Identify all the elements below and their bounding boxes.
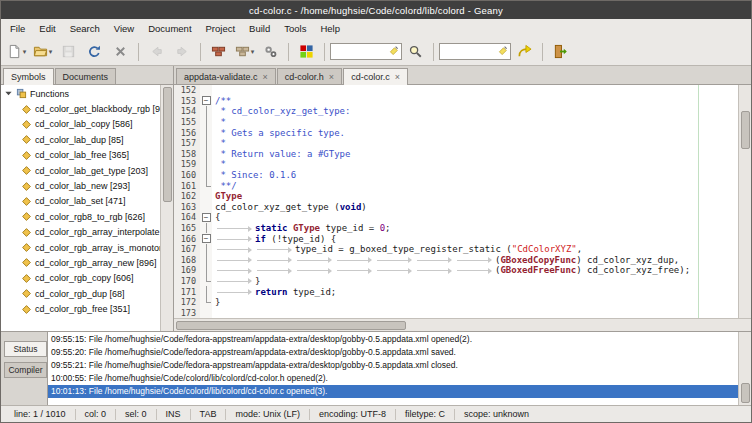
log-message[interactable]: 09:55:15: File /home/hughsie/Code/fedora… — [48, 332, 738, 345]
code-text[interactable]: type_id = g_boxed_type_register_static (… — [212, 244, 738, 255]
editor-tab-appdata-validate.c[interactable]: appdata-validate.c× — [176, 68, 276, 84]
code-line[interactable]: 160 * Since: 0.1.6 — [174, 170, 738, 181]
code-text[interactable]: (GBoxedFreeFunc) cd_color_xyz_free); — [212, 265, 738, 276]
code-line[interactable]: 159 * — [174, 159, 738, 170]
color-chooser-button[interactable] — [294, 40, 319, 63]
fold-margin[interactable]: − — [200, 212, 212, 223]
menu-edit[interactable]: Edit — [32, 20, 62, 37]
editor-body[interactable]: 152153−/**154 * cd_color_xyz_get_type:15… — [174, 85, 751, 318]
symbol-item[interactable]: cd_color_lab_set [471] — [1, 194, 160, 209]
tab-close-icon[interactable]: × — [329, 72, 334, 82]
menu-document[interactable]: Document — [141, 20, 198, 37]
clear-icon[interactable] — [497, 46, 508, 57]
dropdown-arrow-icon[interactable]: ▾ — [49, 48, 53, 56]
log-message[interactable]: 09:55:21: File /home/hughsie/Code/fedora… — [48, 358, 738, 371]
line-number[interactable]: 166 — [174, 233, 200, 244]
line-number[interactable]: 173 — [174, 307, 200, 318]
line-number[interactable]: 160 — [174, 170, 200, 181]
code-text[interactable]: } — [212, 297, 738, 308]
fold-margin[interactable] — [200, 297, 212, 308]
dropdown-arrow-icon[interactable]: ▾ — [251, 48, 255, 56]
code-line[interactable]: 158 * Return value: a #GType — [174, 149, 738, 160]
fold-margin[interactable] — [200, 286, 212, 297]
code-text[interactable]: * Since: 0.1.6 — [212, 170, 738, 181]
sidebar-tab-symbols[interactable]: Symbols — [3, 68, 54, 85]
code-line[interactable]: 153−/** — [174, 96, 738, 107]
line-number[interactable]: 158 — [174, 149, 200, 160]
messages-scrollbar[interactable] — [738, 332, 751, 405]
fold-margin[interactable] — [200, 180, 212, 191]
close-button[interactable] — [108, 40, 133, 63]
fold-margin[interactable] — [200, 223, 212, 234]
code-line[interactable]: 157 * — [174, 138, 738, 149]
sidebar-tab-documents[interactable]: Documents — [55, 68, 117, 84]
fold-margin[interactable] — [200, 265, 212, 276]
fold-margin[interactable] — [200, 85, 212, 96]
line-number[interactable]: 155 — [174, 117, 200, 128]
tab-close-icon[interactable]: × — [263, 72, 268, 82]
code-line[interactable]: 167type_id = g_boxed_type_register_stati… — [174, 244, 738, 255]
tab-close-icon[interactable]: × — [395, 72, 400, 82]
code-line[interactable]: 154 * cd_color_xyz_get_type: — [174, 106, 738, 117]
code-line[interactable]: 155 * — [174, 117, 738, 128]
scrollbar-thumb[interactable] — [176, 321, 406, 330]
line-number[interactable]: 167 — [174, 244, 200, 255]
message-tab-status[interactable]: Status — [4, 341, 47, 357]
fold-margin[interactable] — [200, 191, 212, 202]
line-number[interactable]: 161 — [174, 180, 200, 191]
code-text[interactable]: cd_color_xyz_get_type (void) — [212, 202, 738, 213]
symbol-item[interactable]: cd_color_lab_free [365] — [1, 148, 160, 163]
message-tab-compiler[interactable]: Compiler — [4, 362, 47, 378]
line-number[interactable]: 172 — [174, 297, 200, 308]
line-number[interactable]: 152 — [174, 85, 200, 96]
code-text[interactable] — [212, 307, 738, 318]
code-text[interactable]: return type_id; — [212, 286, 738, 297]
code-text[interactable]: * — [212, 117, 738, 128]
save-button[interactable] — [56, 40, 81, 63]
goto-line-input[interactable] — [442, 47, 496, 57]
sidebar-scrollbar[interactable] — [160, 85, 173, 331]
back-button[interactable] — [144, 40, 169, 63]
code-line[interactable]: 161 **/ — [174, 180, 738, 191]
search-input[interactable] — [333, 47, 387, 57]
code-text[interactable]: if (!type_id) { — [212, 233, 738, 244]
clear-icon[interactable] — [388, 46, 399, 57]
code-text[interactable]: GType — [212, 191, 738, 202]
find-button[interactable] — [403, 40, 428, 63]
menu-project[interactable]: Project — [199, 20, 243, 37]
symbol-item[interactable]: cd_color_rgb_array_interpolate [9 — [1, 225, 160, 240]
line-number[interactable]: 168 — [174, 255, 200, 266]
fold-margin[interactable]: − — [200, 233, 212, 244]
open-button[interactable]: ▾ — [30, 40, 55, 63]
fold-margin[interactable] — [200, 202, 212, 213]
execute-button[interactable] — [258, 40, 283, 63]
symbol-item[interactable]: cd_color_rgb8_to_rgb [626] — [1, 209, 160, 224]
line-number[interactable]: 154 — [174, 106, 200, 117]
line-number[interactable]: 163 — [174, 202, 200, 213]
symbol-item[interactable]: cd_color_lab_copy [586] — [1, 117, 160, 132]
menu-search[interactable]: Search — [63, 20, 107, 37]
symbol-item[interactable]: cd_color_rgb_array_is_monotonic — [1, 240, 160, 255]
scrollbar-thumb[interactable] — [163, 87, 172, 202]
fold-margin[interactable] — [200, 244, 212, 255]
code-text[interactable]: * — [212, 159, 738, 170]
line-number[interactable]: 165 — [174, 223, 200, 234]
line-number[interactable]: 156 — [174, 127, 200, 138]
symbol-item[interactable]: cd_color_rgb_free [351] — [1, 301, 160, 316]
fold-margin[interactable] — [200, 138, 212, 149]
code-text[interactable]: * cd_color_xyz_get_type: — [212, 106, 738, 117]
fold-margin[interactable] — [200, 255, 212, 266]
code-line[interactable]: 170} — [174, 276, 738, 287]
code-line[interactable]: 166−if (!type_id) { — [174, 233, 738, 244]
fold-collapse-icon[interactable]: − — [202, 213, 211, 222]
editor-tab-cd-color.c[interactable]: cd-color.c× — [343, 68, 408, 85]
fold-collapse-icon[interactable]: − — [202, 96, 211, 105]
scrollbar-thumb[interactable] — [741, 111, 750, 149]
search-entry[interactable] — [330, 43, 402, 60]
log-message[interactable]: 10:00:55: File /home/hughsie/Code/colord… — [48, 372, 738, 385]
fold-collapse-icon[interactable]: − — [202, 234, 211, 243]
menu-view[interactable]: View — [107, 20, 141, 37]
quit-button[interactable] — [548, 40, 573, 63]
new-button[interactable]: ▾ — [4, 40, 29, 63]
fold-margin[interactable] — [200, 159, 212, 170]
